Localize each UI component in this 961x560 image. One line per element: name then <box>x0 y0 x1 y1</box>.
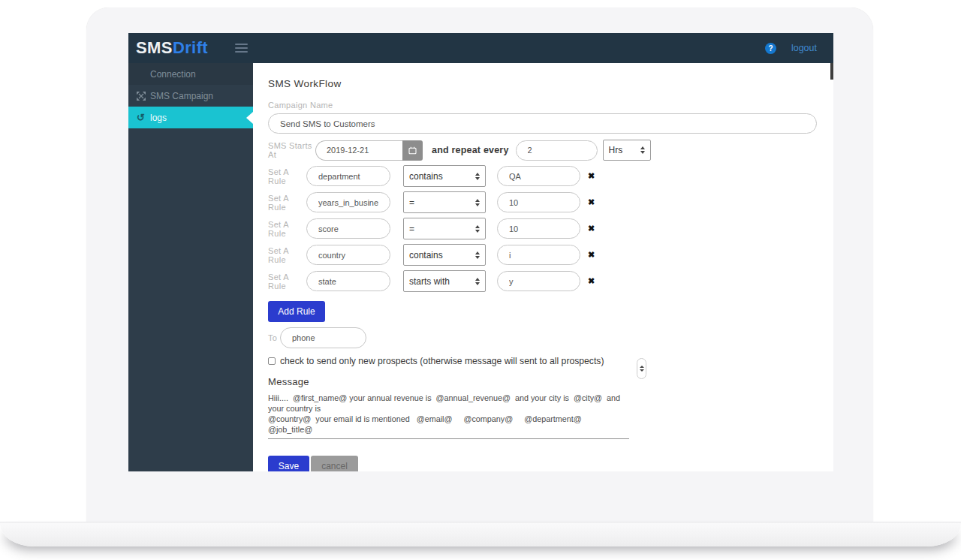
rule-operator-value: contains <box>409 250 443 260</box>
set-a-rule-label: Set A Rule <box>268 272 306 291</box>
remove-rule-icon[interactable]: ✖ <box>588 250 595 260</box>
start-date-input[interactable] <box>315 140 402 161</box>
to-input[interactable] <box>280 327 366 348</box>
expand-arrows-icon <box>136 92 146 101</box>
sidebar-item-sms-campaign[interactable]: SMS Campaign <box>128 85 253 107</box>
select-spinner-icon <box>475 278 480 285</box>
repeat-unit-value: Hrs <box>609 145 623 155</box>
sidebar-item-connection[interactable]: Connection <box>128 63 253 85</box>
rule-row: Set A Rule = ✖ <box>268 191 833 213</box>
app-header: SMSDrift ? logout <box>128 33 833 63</box>
rule-operator-value: starts with <box>409 276 450 287</box>
help-icon[interactable]: ? <box>765 43 776 54</box>
add-rule-button[interactable]: Add Rule <box>268 301 325 322</box>
select-spinner-icon <box>640 146 645 154</box>
sidebar-item-label: SMS Campaign <box>150 91 213 101</box>
rule-field-input[interactable] <box>306 166 390 186</box>
rule-value-input[interactable] <box>497 245 580 265</box>
rule-field-input[interactable] <box>306 218 390 239</box>
campaign-name-input[interactable] <box>268 113 817 134</box>
schedule-row: SMS Starts At and repeat every Hrs <box>268 140 833 161</box>
menu-icon[interactable] <box>235 44 248 53</box>
rule-operator-select[interactable]: starts with <box>403 270 486 292</box>
history-icon: ↺ <box>136 112 146 123</box>
scrollbar-thumb[interactable] <box>830 63 833 80</box>
to-label: To <box>268 333 280 342</box>
rule-operator-value: contains <box>409 171 443 182</box>
rule-value-input[interactable] <box>497 192 580 212</box>
rule-operator-select[interactable]: contains <box>403 244 486 266</box>
new-prospects-label: check to send only new prospects (otherw… <box>280 356 604 366</box>
app-logo: SMSDrift <box>136 33 208 63</box>
rule-operator-select[interactable]: = <box>403 218 486 239</box>
rule-value-input[interactable] <box>497 271 580 291</box>
select-spinner-icon <box>475 225 480 233</box>
rule-field-input[interactable] <box>306 271 390 291</box>
rule-value-input[interactable] <box>497 218 580 239</box>
repeat-every-text: and repeat every <box>432 145 509 155</box>
rule-field-input[interactable] <box>306 245 390 265</box>
sidebar-item-logs[interactable]: ↺ logs <box>128 107 253 128</box>
main-content: SMS WorkFlow Campaign Name SMS Starts At… <box>253 63 833 471</box>
sidebar-item-label: Connection <box>150 69 196 80</box>
remove-rule-icon[interactable]: ✖ <box>588 171 595 181</box>
select-spinner-icon <box>475 199 480 206</box>
message-label: Message <box>268 376 833 387</box>
rule-operator-value: = <box>409 224 414 234</box>
rule-row: Set A Rule contains ✖ <box>268 165 833 187</box>
cancel-button[interactable]: cancel <box>311 456 358 471</box>
set-a-rule-label: Set A Rule <box>268 167 306 185</box>
logo-text-accent: Drift <box>173 38 208 57</box>
rule-operator-value: = <box>409 197 414 208</box>
page-title: SMS WorkFlow <box>268 78 833 89</box>
repeat-unit-select[interactable]: Hrs <box>603 140 651 161</box>
logo-text-primary: SMS <box>136 38 173 57</box>
message-variable-select[interactable] <box>637 358 646 379</box>
set-a-rule-label: Set A Rule <box>268 246 306 264</box>
new-prospects-row: check to send only new prospects (otherw… <box>268 356 833 366</box>
rule-operator-select[interactable]: = <box>403 191 486 213</box>
sidebar: Connection SMS Campaign ↺ logs <box>128 63 253 471</box>
repeat-interval-input[interactable] <box>516 140 598 161</box>
campaign-name-label: Campaign Name <box>268 101 833 110</box>
select-spinner-icon <box>475 173 480 180</box>
set-a-rule-label: Set A Rule <box>268 220 306 238</box>
action-row: Save cancel <box>268 456 833 471</box>
new-prospects-checkbox[interactable] <box>268 357 276 365</box>
remove-rule-icon[interactable]: ✖ <box>588 224 595 233</box>
laptop-base <box>0 522 961 546</box>
set-a-rule-label: Set A Rule <box>268 194 306 212</box>
calendar-icon[interactable] <box>402 140 423 161</box>
rule-row: Set A Rule contains ✖ <box>268 244 833 266</box>
sms-starts-at-label: SMS Starts At <box>268 141 315 159</box>
remove-rule-icon[interactable]: ✖ <box>588 276 595 286</box>
message-textarea[interactable]: Hiii.... @first_name@ your annual revenu… <box>268 393 629 439</box>
save-button[interactable]: Save <box>268 456 309 471</box>
rule-row: Set A Rule starts with ✖ <box>268 270 833 292</box>
select-spinner-icon <box>475 251 480 259</box>
rule-row: Set A Rule = ✖ <box>268 218 833 239</box>
sidebar-item-label: logs <box>150 113 167 123</box>
logout-link[interactable]: logout <box>791 43 817 53</box>
to-row: To <box>268 327 833 348</box>
remove-rule-icon[interactable]: ✖ <box>588 197 595 207</box>
rule-value-input[interactable] <box>497 166 580 186</box>
app-screen: SMSDrift ? logout Connection SMS Campaig… <box>128 33 833 471</box>
rule-field-input[interactable] <box>306 192 390 212</box>
rule-operator-select[interactable]: contains <box>403 165 486 187</box>
